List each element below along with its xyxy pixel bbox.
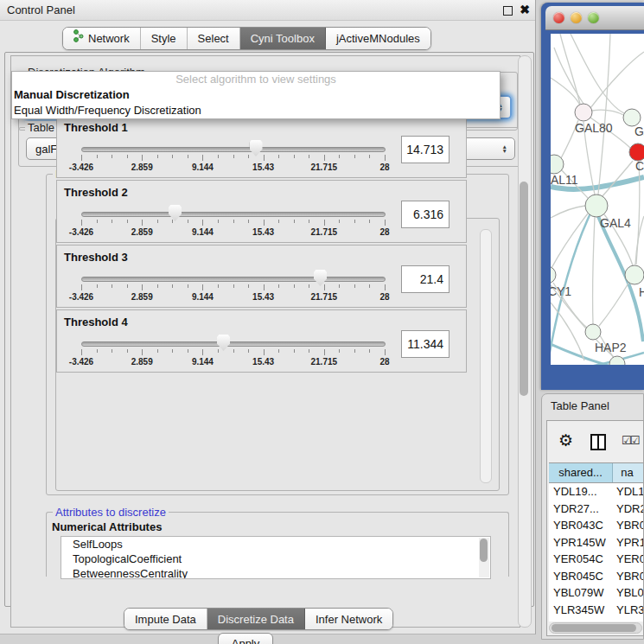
- slider-track[interactable]: [81, 341, 386, 347]
- network-node[interactable]: [623, 109, 641, 126]
- network-node[interactable]: [625, 265, 644, 284]
- table-row[interactable]: YBR045CYBR0: [549, 568, 643, 585]
- network-canvas[interactable]: GAL80GACGAL11GAL4GCY1HHAP2: [551, 34, 644, 365]
- tick-mark: [339, 155, 340, 158]
- cell-name[interactable]: YER0: [613, 551, 643, 568]
- column-header-shared-name[interactable]: shared...: [549, 463, 613, 482]
- tab-label: Infer Network: [316, 609, 382, 629]
- cell-shared-name[interactable]: YLR345W: [549, 602, 613, 619]
- cell-name[interactable]: YPR1: [613, 534, 643, 552]
- tick-label: 9.144: [192, 292, 214, 302]
- cell-shared-name[interactable]: YBR045C: [549, 568, 613, 585]
- table-row[interactable]: YPR145WYPR1: [549, 534, 643, 552]
- popup-placeholder-item[interactable]: Select algorithm to view settings: [12, 72, 500, 87]
- slider-track[interactable]: [81, 147, 386, 152]
- numerical-attributes-list[interactable]: SelfLoopsTopologicalCoefficientBetweenne…: [61, 536, 491, 579]
- slider-track[interactable]: [81, 212, 386, 217]
- network-node[interactable]: [575, 104, 592, 121]
- numerical-attributes-label: Numerical Attributes: [52, 520, 162, 533]
- cell-name[interactable]: YBL0: [613, 584, 643, 602]
- threshold-value[interactable]: 21.4: [401, 265, 450, 293]
- thresholds-scrollbar[interactable]: [480, 229, 492, 483]
- close-traffic-light-icon[interactable]: [553, 12, 564, 23]
- tab-network[interactable]: Network: [63, 28, 141, 49]
- network-node[interactable]: [609, 356, 625, 365]
- threshold-value[interactable]: 6.316: [401, 201, 450, 228]
- attribute-list-item[interactable]: TopologicalCoefficient: [61, 552, 490, 566]
- table-row[interactable]: YBL079WYBL0: [549, 584, 643, 602]
- gear-icon[interactable]: ⚙: [558, 432, 573, 449]
- cell-shared-name[interactable]: YBR043C: [549, 517, 613, 534]
- scrollbar-thumb[interactable]: [480, 539, 488, 562]
- cell-shared-name[interactable]: YDL19...: [549, 483, 613, 501]
- tick-mark: [172, 284, 173, 288]
- network-edge: [590, 52, 644, 108]
- table-row[interactable]: YDL19...YDL1: [549, 483, 643, 501]
- main-vertical-scrollbar[interactable]: [518, 55, 532, 628]
- float-window-icon[interactable]: [503, 6, 513, 16]
- popup-item-equal-width-frequency[interactable]: Equal Width/Frequency Discretization: [12, 103, 500, 118]
- table-row[interactable]: YER054CYER0: [549, 551, 643, 568]
- network-node[interactable]: [551, 266, 556, 284]
- slider-ticks: [81, 284, 385, 291]
- zoom-traffic-light-icon[interactable]: [588, 12, 599, 23]
- attributes-group: Attributes to discretize Numerical Attri…: [46, 512, 509, 577]
- cell-name[interactable]: YLR3: [613, 602, 643, 619]
- cell-shared-name[interactable]: YPR145W: [549, 534, 613, 552]
- tick-mark: [369, 220, 370, 223]
- tick-mark: [127, 220, 128, 223]
- tab-select[interactable]: Select: [188, 28, 240, 49]
- attributes-scrollbar[interactable]: [479, 538, 489, 577]
- cell-shared-name[interactable]: YIL052C: [549, 618, 613, 622]
- tab-infer-network[interactable]: Infer Network: [305, 609, 392, 629]
- tick-mark: [309, 155, 309, 158]
- tab-impute-data[interactable]: Impute Data: [124, 609, 207, 629]
- popup-item-manual-discretization[interactable]: Manual Discretization: [12, 87, 500, 103]
- tick-mark: [309, 349, 309, 353]
- apply-button[interactable]: Apply: [218, 633, 273, 644]
- tab-cyni-toolbox[interactable]: Cyni Toolbox: [240, 28, 326, 49]
- table-row[interactable]: YIL052CYIL0: [549, 618, 643, 622]
- cell-name[interactable]: YDR2: [613, 501, 643, 518]
- screen: Control Panel ✖ Network Style Select Cyn…: [0, 0, 644, 644]
- cell-shared-name[interactable]: YDR27...: [549, 501, 613, 518]
- scrollbar-thumb[interactable]: [552, 624, 636, 632]
- cell-name[interactable]: YDL1: [613, 483, 643, 501]
- tick-mark: [142, 349, 143, 355]
- tab-discretize-data[interactable]: Discretize Data: [207, 609, 305, 629]
- tab-style[interactable]: Style: [141, 28, 188, 49]
- network-node[interactable]: [585, 324, 601, 340]
- attribute-list-item[interactable]: SelfLoops: [61, 537, 490, 552]
- tick-mark: [202, 155, 203, 161]
- slider-track[interactable]: [81, 277, 386, 282]
- cell-name[interactable]: YBR0: [613, 517, 643, 534]
- group-title: Attributes to discretize: [53, 506, 169, 519]
- checkbox-icons[interactable]: ☑☑: [622, 434, 638, 447]
- cell-shared-name[interactable]: YER054C: [549, 551, 613, 568]
- tab-label: Select: [198, 29, 229, 48]
- tick-mark: [369, 155, 370, 158]
- attribute-list-item[interactable]: BetweennessCentrality: [61, 566, 490, 579]
- threshold-value[interactable]: 11.344: [401, 330, 450, 358]
- cell-name[interactable]: YIL0: [613, 618, 643, 622]
- tick-mark: [218, 349, 219, 353]
- tick-label: 28: [379, 227, 389, 237]
- tab-jactivemnodules[interactable]: jActiveMNodules: [326, 28, 430, 49]
- minimize-traffic-light-icon[interactable]: [571, 12, 582, 23]
- table-horizontal-scrollbar[interactable]: [549, 622, 642, 634]
- scrollbar-thumb[interactable]: [520, 182, 528, 396]
- tick-label: 2.859: [131, 292, 153, 302]
- threshold-value[interactable]: 14.713: [401, 136, 450, 163]
- close-icon[interactable]: ✖: [520, 3, 530, 17]
- split-columns-icon[interactable]: [590, 434, 606, 450]
- cell-shared-name[interactable]: YBL079W: [549, 584, 613, 602]
- network-window-titlebar[interactable]: [545, 6, 644, 30]
- network-node[interactable]: [629, 143, 644, 161]
- table-row[interactable]: YBR043CYBR0: [549, 517, 643, 534]
- slider-ticks: [81, 349, 385, 356]
- column-header-name[interactable]: na: [613, 463, 643, 482]
- cell-name[interactable]: YBR0: [613, 568, 643, 585]
- table-row[interactable]: YDR27...YDR2: [549, 501, 643, 518]
- table-row[interactable]: YLR345WYLR3: [549, 602, 643, 619]
- network-node[interactable]: [585, 194, 608, 217]
